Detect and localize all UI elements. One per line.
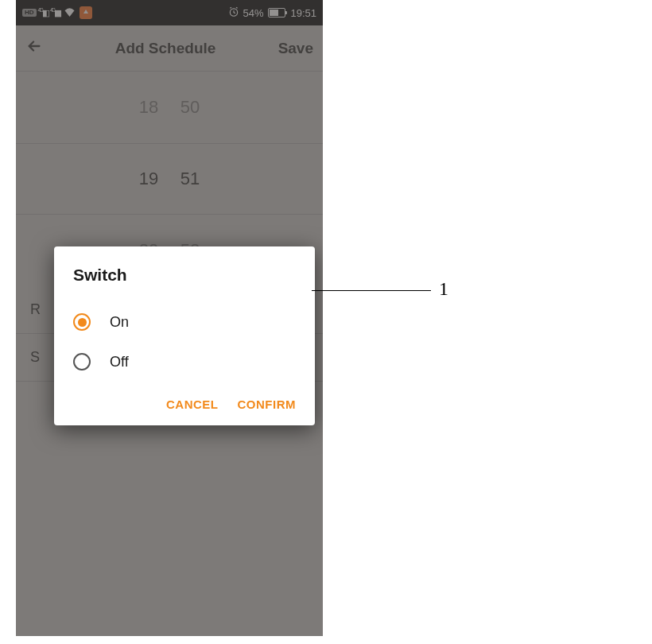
phone-frame: HD 4G▮▯ 4G▮▮ 54% 19:51 Add Schedule bbox=[16, 0, 323, 636]
radio-label-off: Off bbox=[110, 354, 129, 370]
dialog-actions: CANCEL CONFIRM bbox=[73, 398, 296, 411]
annotation-label-1: 1 bbox=[439, 278, 448, 300]
radio-option-off[interactable]: Off bbox=[73, 342, 296, 382]
radio-icon-selected bbox=[73, 313, 91, 331]
radio-option-on[interactable]: On bbox=[73, 302, 296, 342]
cancel-button[interactable]: CANCEL bbox=[166, 398, 219, 411]
confirm-button[interactable]: CONFIRM bbox=[238, 398, 297, 411]
dialog-title: Switch bbox=[73, 266, 296, 285]
radio-icon-unselected bbox=[73, 353, 91, 370]
radio-label-on: On bbox=[110, 314, 129, 331]
switch-dialog: Switch On Off CANCEL CONFIRM bbox=[54, 246, 315, 425]
annotation-leader-line bbox=[312, 290, 431, 291]
